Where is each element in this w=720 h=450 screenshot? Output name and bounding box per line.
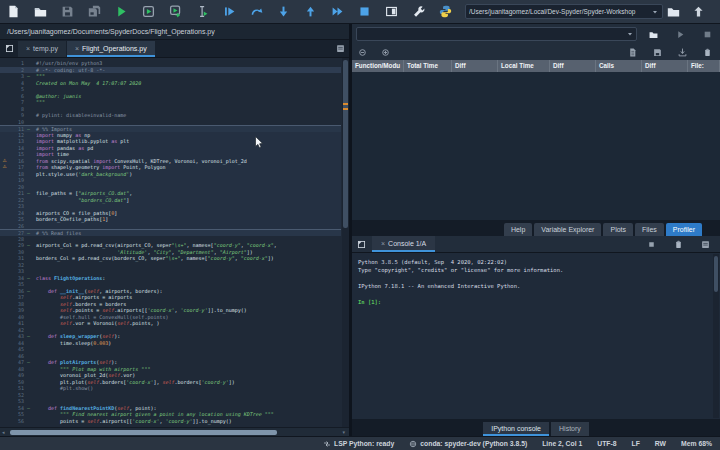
code-line[interactable]: 56 points = self.airports[['coord-x', 'c… (0, 418, 341, 425)
env-status[interactable]: conda: spyder-dev (Python 3.8.5) (409, 440, 527, 448)
line-number[interactable]: 56 (9, 418, 24, 425)
editor-tab-temp.py[interactable]: ×temp.py (18, 41, 66, 57)
editor-vertical-scrollbar[interactable] (342, 58, 349, 427)
editor-tab-Flight_Operations.py[interactable]: ×Flight_Operations.py (67, 41, 155, 57)
gutter[interactable]: 10 (0, 119, 36, 126)
open-dir-button[interactable] (649, 30, 658, 39)
column-header[interactable]: File: (688, 60, 720, 72)
stop-debug-button[interactable] (351, 1, 378, 23)
close-icon[interactable]: × (75, 45, 79, 52)
run-selection-button[interactable] (189, 1, 216, 23)
console-scrollbar[interactable] (713, 254, 719, 418)
code-text[interactable]: borders_CO=file_paths[1] (36, 216, 108, 223)
copy-button[interactable] (703, 48, 712, 57)
profiler-file-combobox[interactable] (356, 27, 637, 41)
browse-tabs-icon (5, 44, 14, 53)
pane-tab-plots[interactable]: Plots (603, 223, 633, 236)
debug-file-button[interactable] (216, 1, 243, 23)
run-cell-button[interactable] (135, 1, 162, 23)
code-text[interactable]: #plt.show() (36, 385, 93, 392)
line-number[interactable]: 10 (9, 119, 24, 126)
code-text[interactable]: # %% Read files (36, 230, 81, 236)
step-return-button[interactable] (297, 1, 324, 23)
code-editor[interactable]: 1#!/usr/bin/env python32# -*- coding: ut… (0, 58, 349, 427)
code-text[interactable]: points = self.airports[['coord-x', 'coor… (36, 418, 232, 425)
new-file-button[interactable] (0, 1, 27, 23)
options-button[interactable] (701, 240, 710, 249)
open-file-button[interactable] (27, 1, 54, 23)
start-profiling-button[interactable] (676, 30, 685, 39)
code-text[interactable] (36, 223, 39, 230)
close-icon[interactable]: × (381, 240, 385, 247)
pane-tab-help[interactable]: Help (504, 223, 532, 236)
inspect-button[interactable] (647, 240, 656, 249)
column-header[interactable]: Diff (452, 60, 498, 72)
browse-tabs-button[interactable] (0, 40, 18, 57)
fold-space[interactable] (24, 223, 33, 230)
step-into-button[interactable] (270, 1, 297, 23)
stop-debug-icon (358, 5, 371, 18)
bottom-tab-ipython-console[interactable]: IPython console (483, 422, 549, 436)
scrollbar-thumb[interactable] (714, 256, 718, 292)
scrollbar-thumb[interactable] (343, 60, 348, 228)
save-data-button[interactable] (653, 48, 662, 57)
code-text[interactable] (36, 119, 39, 126)
main-toolbar: /Users/juanitagomez/Local/Dev-Spyder/Spy… (0, 0, 720, 24)
scroll-right-arrow[interactable]: ▾ (342, 429, 345, 435)
load-data-button[interactable] (678, 48, 687, 57)
code-text[interactable]: # -*- coding: utf-8 -*- (36, 67, 105, 74)
profiler-table-body[interactable] (352, 72, 720, 220)
code-text[interactable]: # pylint: disable=invalid-name (36, 112, 126, 119)
save-all-button[interactable] (81, 1, 108, 23)
open-dir-button[interactable] (667, 5, 680, 18)
continue-execution-button[interactable] (324, 1, 351, 23)
step-over-button[interactable] (243, 1, 270, 23)
chevron-down-icon[interactable] (626, 30, 634, 38)
column-header[interactable]: Diff (642, 60, 688, 72)
code-text[interactable]: Created on Mon May 4 17:07:07 2020 (36, 80, 141, 87)
output-file-button[interactable] (628, 48, 637, 57)
editor-options-button[interactable] (331, 40, 349, 57)
code-text[interactable]: self.vor = Voronoi(self.points, ) (36, 320, 159, 327)
save-file-button[interactable] (54, 1, 81, 23)
code-text[interactable]: time.sleep(0.003) (36, 340, 111, 347)
column-header[interactable]: Local Time (498, 60, 550, 72)
preferences-button[interactable] (405, 1, 432, 23)
fold-space[interactable] (24, 119, 33, 126)
column-header[interactable]: Function/Modu (352, 60, 404, 72)
console-tab[interactable]: × Console 1/A (372, 236, 435, 252)
run-cell-advance-button[interactable] (162, 1, 189, 23)
pane-tab-profiler[interactable]: Profiler (666, 223, 702, 236)
python-logo-button[interactable] (432, 1, 459, 23)
chevron-down-icon[interactable] (651, 8, 659, 16)
expand-button[interactable] (381, 48, 390, 57)
code-text[interactable]: "borders_CO.dat"] (36, 197, 129, 204)
code-text[interactable]: borders_Col = pd.read_csv(borders_CO, se… (36, 255, 274, 262)
gutter[interactable]: 26 (0, 223, 36, 230)
column-header[interactable]: Total Time (404, 60, 452, 72)
column-header[interactable]: Diff (550, 60, 596, 72)
console-prompt[interactable]: In [1]: (358, 298, 720, 306)
close-icon[interactable]: × (26, 45, 30, 52)
scrollbar-thumb[interactable] (10, 430, 277, 435)
editor-horizontal-scrollbar[interactable]: ◂ ▾ (0, 427, 349, 436)
bottom-tab-history[interactable]: History (551, 422, 589, 436)
ipython-console[interactable]: Python 3.8.5 (default, Sep 4 2020, 02:22… (352, 253, 720, 419)
pane-tab-variable-explorer[interactable]: Variable Explorer (534, 223, 601, 236)
code-text[interactable]: class FlightOperations: (36, 275, 105, 282)
run-file-button[interactable] (108, 1, 135, 23)
gutter[interactable]: 56 (0, 418, 36, 425)
scroll-left-arrow[interactable]: ◂ (2, 429, 5, 435)
browse-consoles-button[interactable] (352, 236, 370, 253)
collapse-button[interactable] (358, 48, 367, 57)
fold-space[interactable] (24, 418, 33, 425)
working-directory-combobox[interactable]: /Users/juanitagomez/Local/Dev-Spyder/Spy… (465, 4, 663, 19)
parent-dir-button[interactable] (692, 5, 705, 18)
column-header[interactable]: Calls (596, 60, 642, 72)
stop-profiling-button[interactable] (703, 30, 712, 39)
code-text[interactable]: plt.style.use('dark_background') (36, 171, 132, 178)
line-number[interactable]: 26 (9, 223, 24, 230)
maximize-pane-button[interactable] (378, 1, 405, 23)
pane-tab-files[interactable]: Files (635, 223, 664, 236)
copy-button[interactable] (674, 240, 683, 249)
